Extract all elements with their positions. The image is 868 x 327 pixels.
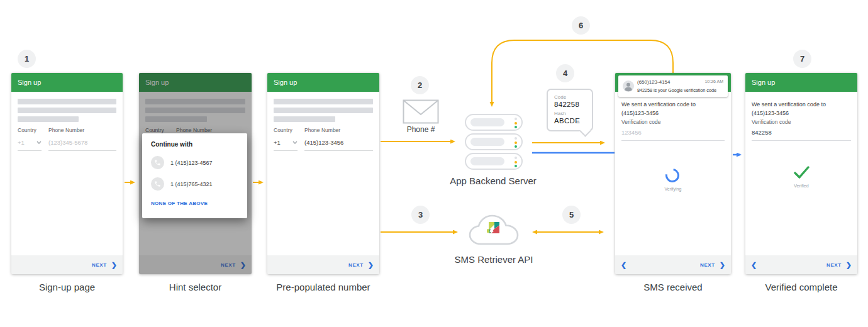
placeholder-bar — [18, 99, 116, 104]
caption-prepopulated: Pre-populated number — [267, 282, 379, 292]
verified-status: Verified — [745, 184, 857, 188]
phone-mockup-verified: Sign up We sent a verification code to (… — [745, 73, 857, 274]
country-label: Country — [18, 127, 42, 133]
server-node — [465, 153, 523, 170]
placeholder-bar — [274, 108, 373, 113]
phone-number-payload-label: Phone # — [389, 125, 452, 134]
hint-option-2[interactable]: 1 (415)765-4321 — [151, 177, 238, 191]
server-node — [465, 133, 523, 150]
hash-value: ABCDE — [554, 117, 592, 125]
placeholder-bar — [274, 99, 373, 104]
none-of-the-above-button[interactable]: NONE OF THE ABOVE — [151, 201, 238, 206]
app-backend-server-icon — [465, 114, 523, 172]
caption-hint-selector: Hint selector — [139, 282, 252, 292]
prepopulated-body: Country +1 Phone Number (415)123-3456 — [267, 92, 379, 255]
spinner-icon — [663, 166, 682, 186]
back-button[interactable]: ❮ — [621, 262, 626, 269]
verification-code-input[interactable]: 842258 — [752, 129, 851, 141]
next-button[interactable]: NEXT ❯ — [700, 262, 725, 269]
phone-mockup-prepopulated: Sign up Country +1 Phone Number (41 — [267, 73, 379, 274]
step-badge-7: 7 — [793, 50, 811, 68]
country-label: Country — [274, 127, 298, 133]
signup-body: Country +1 Phone Number (123)345-5678 — [11, 92, 123, 255]
chevron-right-icon: ❯ — [368, 262, 374, 269]
chevron-right-icon: ❯ — [111, 262, 117, 269]
verifying-status: Verifying — [615, 187, 731, 191]
sms-retriever-cloud-icon — [465, 212, 522, 252]
country-select[interactable]: +1 — [274, 139, 298, 151]
code-value: 842258 — [554, 101, 592, 108]
back-button[interactable]: ❮ — [751, 262, 757, 269]
phone-mockup-sms-received: Sign up (650)123-4154 10:26 AM 842258 is… — [615, 73, 731, 274]
next-button[interactable]: NEXT ❯ — [92, 262, 117, 269]
next-button[interactable]: NEXT ❯ — [826, 262, 852, 269]
dialog-title: Continue with — [151, 141, 238, 148]
app-bar: Sign up — [745, 73, 857, 92]
chevron-right-icon: ❯ — [720, 262, 725, 269]
app-bar: Sign up — [11, 73, 123, 92]
sms-body: We sent a verification code to (415)123-… — [615, 92, 731, 255]
caption-verified-complete: Verified complete — [745, 282, 857, 292]
phone-number-input[interactable]: (123)345-5678 — [48, 139, 116, 151]
check-icon — [745, 165, 857, 182]
server-node — [465, 114, 523, 131]
code-hash-card: Code 842258 Hash ABCDE — [547, 89, 593, 131]
step-badge-2: 2 — [411, 76, 429, 94]
step-badge-3: 3 — [411, 206, 430, 224]
step-badge-5: 5 — [562, 206, 581, 224]
envelope-icon — [403, 99, 439, 126]
phone-number-label: Phone Number — [48, 127, 116, 133]
phone-number-input[interactable]: (415)123-3456 — [304, 139, 373, 151]
sent-code-text: We sent a verification code to (415)123-… — [752, 101, 851, 118]
country-select[interactable]: +1 — [18, 139, 42, 151]
sms-verification-flow-diagram: 1 2 3 4 5 6 7 Sign up Country +1 — [0, 0, 868, 327]
placeholder-bar — [18, 108, 116, 113]
flow-arrows — [0, 0, 868, 327]
chevron-right-icon: ❯ — [846, 262, 852, 269]
app-bar: Sign up — [267, 73, 379, 92]
hash-label: Hash — [554, 111, 592, 116]
speech-bubble-tail — [579, 125, 591, 136]
verification-code-label: Verification code — [752, 119, 791, 125]
next-button[interactable]: NEXT ❯ — [348, 262, 374, 269]
verification-code-label: Verification code — [621, 119, 660, 125]
verified-body: We sent a verification code to (415)123-… — [745, 92, 857, 255]
placeholder-bar — [274, 116, 335, 122]
step-badge-1: 1 — [18, 50, 36, 68]
notification-time: 10:26 AM — [704, 79, 723, 84]
backend-server-label: App Backend Server — [430, 175, 556, 186]
step-badge-6: 6 — [572, 16, 590, 35]
chevron-down-icon — [292, 141, 298, 144]
phone-number-label: Phone Number — [304, 127, 373, 133]
sms-notification[interactable]: (650)123-4154 10:26 AM 842258 is your Go… — [618, 75, 728, 97]
phone-mockup-hint-selector: Sign up Country Phone Number NEXT ❯ Cont… — [139, 73, 252, 274]
notification-message: 842258 is your Google verification code — [637, 87, 716, 93]
chevron-down-icon — [36, 141, 42, 144]
caption-signup-page: Sign-up page — [11, 282, 123, 292]
phone-mockup-signup: Sign up Country +1 Phone Number (12 — [11, 73, 123, 274]
hint-option-1[interactable]: 1 (415)123-4567 — [151, 156, 238, 169]
hint-selector-dialog: Continue with 1 (415)123-4567 1 (415)765… — [142, 133, 247, 218]
code-label: Code — [554, 94, 592, 100]
caption-sms-received: SMS received — [615, 282, 731, 292]
verification-code-input[interactable]: 123456 — [621, 129, 725, 141]
placeholder-bar — [18, 116, 79, 122]
step-badge-4: 4 — [556, 64, 574, 82]
sent-code-text: We sent a verification code to (415)123-… — [621, 101, 725, 118]
phone-icon — [151, 177, 164, 191]
person-icon — [623, 80, 634, 94]
notification-sender: (650)123-4154 — [637, 79, 670, 85]
sms-retriever-api-label: SMS Retriever API — [434, 254, 554, 265]
phone-icon — [151, 156, 164, 169]
